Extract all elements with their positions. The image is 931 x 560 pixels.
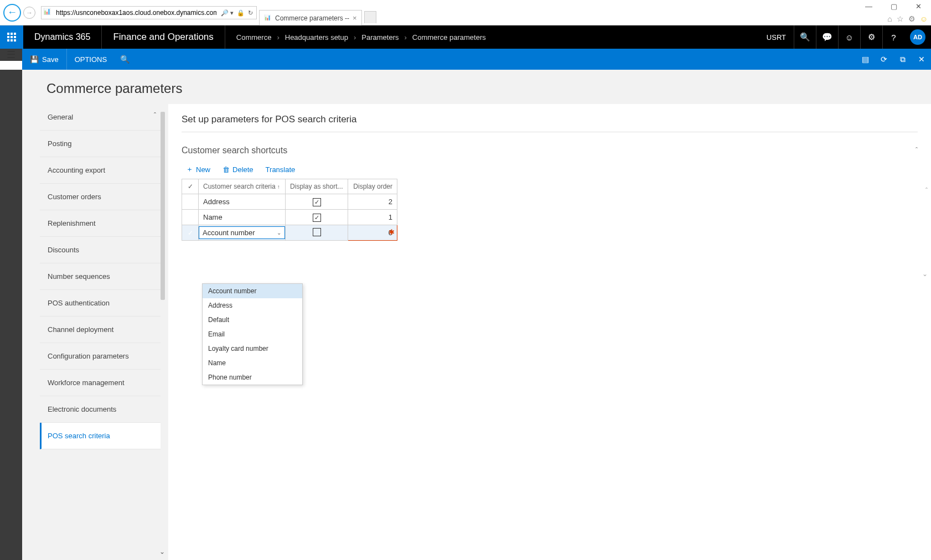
address-bar[interactable]: 📊 🔎 ▾ 🔒 ↻ [41, 6, 257, 19]
left-rail [0, 70, 22, 560]
messages-icon[interactable]: 💬 [816, 25, 838, 49]
settings-icon[interactable]: ⚙ [908, 14, 916, 23]
dropdown-option[interactable]: Email [203, 327, 302, 341]
table-row[interactable]: ✓ Account number ⌄ 0 ✱ [182, 225, 397, 241]
smile-feedback-icon[interactable]: ☺ [838, 25, 860, 49]
sidebar-item-general[interactable]: Generalˆ [40, 104, 161, 131]
section-title: Customer search shortcuts [182, 146, 287, 155]
order-cell[interactable]: 2 [348, 194, 397, 210]
home-icon[interactable]: ⌂ [887, 14, 892, 23]
gear-icon[interactable]: ⚙ [860, 25, 882, 49]
sidebar-item-electronic-documents[interactable]: Electronic documents [40, 396, 161, 423]
table-row[interactable]: Name ✓ 1 [182, 210, 397, 225]
module-label[interactable]: Finance and Operations [102, 25, 225, 49]
col-shortcut[interactable]: Display as short... [286, 179, 348, 194]
breadcrumb: Commerce› Headquarters setup› Parameters… [225, 33, 497, 42]
criteria-dropdown[interactable]: Account number ⌄ [199, 226, 285, 239]
page-title: Commerce parameters [22, 81, 931, 104]
select-all-header[interactable]: ✓ [182, 179, 199, 194]
refresh-action-icon[interactable]: ⟳ [875, 49, 893, 70]
trash-icon: 🗑 [223, 165, 230, 174]
breadcrumb-item[interactable]: Headquarters setup [285, 33, 348, 42]
minimize-button[interactable]: — [856, 0, 881, 12]
chevron-down-icon[interactable]: ⌄ [159, 548, 165, 556]
sidebar-item-workforce-management[interactable]: Workforce management [40, 370, 161, 396]
favorites-icon[interactable]: ☆ [897, 14, 904, 23]
avatar[interactable]: AD [910, 29, 925, 45]
shortcut-checkbox[interactable]: ✓ [313, 198, 321, 206]
criteria-cell[interactable]: Address [199, 194, 286, 210]
col-order[interactable]: Display order [348, 179, 397, 194]
app-launcher-button[interactable] [0, 25, 23, 49]
breadcrumb-item[interactable]: Commerce parameters [412, 33, 486, 42]
new-tab-button[interactable] [364, 11, 376, 23]
sidebar-item-discounts[interactable]: Discounts [40, 237, 161, 263]
scroll-up-icon[interactable]: ˆ [925, 187, 928, 195]
help-icon[interactable]: ? [882, 25, 904, 49]
lock-icon: 🔒 [237, 9, 245, 17]
sidebar-item-replenishment[interactable]: Replenishment [40, 210, 161, 237]
search-criteria-grid: ✓ Customer search criteria↑ Display as s… [182, 179, 397, 241]
delete-button[interactable]: 🗑Delete [223, 164, 254, 174]
sidebar-item-accounting-export[interactable]: Accounting export [40, 157, 161, 184]
sidebar-scrollbar[interactable] [161, 112, 165, 300]
action-search-icon[interactable]: 🔍 [120, 55, 130, 64]
nav-hamburger-button[interactable]: ☰ [0, 49, 22, 61]
breadcrumb-item[interactable]: Commerce [236, 33, 272, 42]
refresh-icon[interactable]: ↻ [248, 9, 253, 17]
dropdown-option[interactable]: Address [203, 298, 302, 313]
new-button[interactable]: ＋New [186, 164, 210, 174]
sidebar-item-customer-orders[interactable]: Customer orders [40, 184, 161, 210]
sidebar-item-pos-search-criteria[interactable]: POS search criteria [40, 423, 161, 449]
row-select-cell[interactable] [182, 194, 199, 210]
company-picker[interactable]: USRT [759, 33, 794, 42]
browser-tab[interactable]: 📊 Commerce parameters -- × [259, 10, 362, 25]
popout-icon[interactable]: ⧉ [893, 49, 912, 70]
search-icon[interactable]: 🔍 [794, 25, 816, 49]
close-window-button[interactable]: ✕ [906, 0, 931, 12]
save-button[interactable]: 💾 Save [22, 49, 67, 70]
sidebar-item-configuration-parameters[interactable]: Configuration parameters [40, 343, 161, 370]
save-icon: 💾 [30, 55, 39, 64]
dropdown-option[interactable]: Default [203, 313, 302, 327]
breadcrumb-item[interactable]: Parameters [361, 33, 399, 42]
dropdown-option[interactable]: Loyalty card number [203, 341, 302, 356]
sidebar-item-channel-deployment[interactable]: Channel deployment [40, 317, 161, 343]
chevron-up-icon[interactable]: ˆ [154, 112, 156, 120]
row-select-cell[interactable] [182, 210, 199, 225]
sidebar-item-pos-authentication[interactable]: POS authentication [40, 290, 161, 317]
plus-icon: ＋ [186, 164, 193, 174]
sidebar: Generalˆ Posting Accounting export Custo… [40, 104, 161, 560]
action-bar: 💾 Save OPTIONS 🔍 ▤ ⟳ ⧉ ✕ [22, 49, 931, 70]
table-row[interactable]: Address ✓ 2 [182, 194, 397, 210]
url-input[interactable] [55, 8, 218, 18]
criteria-cell[interactable]: Name [199, 210, 286, 225]
close-tab-icon[interactable]: × [353, 14, 357, 22]
form-subtitle: Set up parameters for POS search criteri… [182, 114, 918, 132]
app-header: Dynamics 365 Finance and Operations Comm… [0, 25, 931, 49]
office-icon[interactable]: ▤ [856, 49, 875, 70]
shortcut-checkbox[interactable]: ✓ [313, 214, 321, 222]
shortcut-checkbox[interactable] [313, 228, 321, 236]
sidebar-item-posting[interactable]: Posting [40, 131, 161, 157]
feedback-icon[interactable]: ☺ [920, 14, 928, 23]
order-cell[interactable]: 1 [348, 210, 397, 225]
section-collapse-icon[interactable]: ˆ [916, 147, 918, 154]
chevron-down-icon[interactable]: ⌄ [277, 230, 281, 236]
scroll-down-icon[interactable]: ⌄ [922, 270, 928, 278]
forward-button[interactable]: → [23, 7, 35, 19]
brand-label[interactable]: Dynamics 365 [23, 25, 102, 49]
close-form-icon[interactable]: ✕ [912, 49, 931, 70]
maximize-button[interactable]: ▢ [881, 0, 906, 12]
dropdown-option[interactable]: Name [203, 356, 302, 370]
options-button[interactable]: OPTIONS [67, 55, 115, 64]
search-dropdown-icon[interactable]: 🔎 ▾ [221, 9, 234, 17]
order-cell[interactable]: 0 ✱ [348, 225, 397, 241]
dropdown-option[interactable]: Account number [203, 284, 302, 298]
translate-button[interactable]: Translate [266, 164, 296, 174]
col-criteria[interactable]: Customer search criteria↑ [199, 179, 286, 194]
back-button[interactable]: ← [3, 4, 21, 22]
sidebar-item-number-sequences[interactable]: Number sequences [40, 263, 161, 290]
dropdown-option[interactable]: Phone number [203, 370, 302, 385]
row-select-cell[interactable]: ✓ [182, 225, 199, 241]
